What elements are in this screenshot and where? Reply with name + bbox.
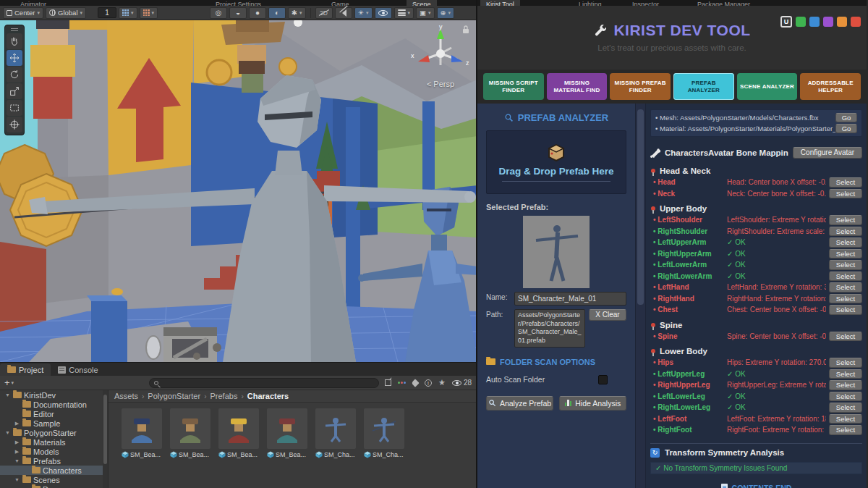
draw-mode-wireframe-button[interactable]: ◒: [229, 7, 247, 19]
tool-tab-2[interactable]: MISSING PREFAB FINDER: [610, 73, 671, 100]
breadcrumb-segment[interactable]: Assets: [114, 392, 138, 400]
view-hand-tool-button[interactable]: [7, 33, 22, 49]
open-in-new-icon[interactable]: [385, 379, 391, 386]
bone-select-button[interactable]: Select: [829, 358, 862, 368]
move-tool-button[interactable]: [7, 50, 22, 66]
window-tab-lighting[interactable]: Lighting: [573, 0, 608, 6]
orientation-gizmo[interactable]: y x z < Persp: [409, 23, 472, 88]
bone-select-button[interactable]: Select: [829, 249, 862, 259]
audio-mute-button[interactable]: [335, 7, 352, 19]
bone-select-button[interactable]: Select: [829, 189, 862, 199]
go-to-material-button[interactable]: Go: [835, 124, 857, 133]
pivot-mode-dropdown[interactable]: Center▾: [3, 7, 43, 19]
clear-button[interactable]: X Clear: [589, 309, 626, 321]
breadcrumb-segment[interactable]: Characters: [247, 392, 289, 400]
create-asset-button[interactable]: +▾: [4, 377, 14, 388]
bone-select-button[interactable]: Select: [829, 282, 862, 293]
draw-mode-overlay-button[interactable]: ◐: [268, 7, 286, 19]
tree-item-polygonstarter[interactable]: ▼PolygonStarter: [0, 428, 108, 437]
bone-select-button[interactable]: Select: [829, 237, 862, 248]
bone-select-button[interactable]: Select: [829, 227, 862, 237]
gizmos-dropdown[interactable]: ⊕▾: [437, 7, 454, 19]
panel-scrollbar[interactable]: [635, 104, 646, 488]
tree-scrollbar[interactable]: [103, 390, 108, 488]
tool-tab-4[interactable]: SCENE ANALYZER: [737, 73, 798, 100]
tree-arrow-icon[interactable]: ▼: [14, 477, 20, 482]
rect-tool-button[interactable]: [7, 100, 22, 116]
asset-tile[interactable]: SM_Bea...: [170, 408, 212, 458]
tree-arrow-icon[interactable]: ▼: [14, 458, 20, 463]
visibility-toggle-button[interactable]: [375, 7, 392, 19]
grid-snapping-button[interactable]: ▾: [119, 7, 137, 19]
go-to-mesh-button[interactable]: Go: [835, 113, 857, 122]
tree-arrow-icon[interactable]: ▼: [4, 392, 11, 397]
tab-console[interactable]: Console: [51, 363, 105, 376]
window-tab-package-manager[interactable]: Package Manager: [692, 0, 756, 6]
tool-tab-3[interactable]: PREFAB ANALYZER: [673, 73, 734, 100]
bone-select-button[interactable]: Select: [829, 403, 862, 413]
snap-settings-button[interactable]: ▾: [140, 7, 158, 19]
window-tab-scene[interactable]: Scene: [407, 0, 437, 6]
scene-viewport[interactable]: y x z < Persp: [0, 20, 476, 362]
label-filter-icon[interactable]: [411, 379, 419, 387]
prefab-name-field[interactable]: SM_Character_Male_01: [514, 292, 626, 306]
tree-arrow-icon[interactable]: ▼: [4, 430, 11, 435]
tree-item-editor[interactable]: Editor: [0, 409, 108, 418]
auto-scan-checkbox[interactable]: [598, 375, 608, 384]
project-search-input[interactable]: [149, 378, 379, 388]
breadcrumb-segment[interactable]: PolygonStarter: [148, 392, 200, 400]
snap-increment-field[interactable]: 1: [98, 7, 116, 18]
toggle-2d-button[interactable]: 2D: [315, 7, 333, 19]
tree-item-prefabs[interactable]: ▼Prefabs: [0, 456, 108, 466]
window-tab-inspector[interactable]: Inspector: [626, 0, 665, 6]
scale-tool-button[interactable]: [7, 83, 22, 99]
tool-tab-5[interactable]: ADDRESSABLE HELPER: [800, 73, 861, 100]
bone-select-button[interactable]: Select: [829, 369, 862, 379]
window-tab-animator[interactable]: Animator: [14, 0, 52, 6]
window-tab-game[interactable]: Game: [326, 0, 355, 6]
bone-select-button[interactable]: Select: [829, 177, 862, 188]
effects-dropdown[interactable]: ✱▾: [288, 7, 305, 19]
bone-select-button[interactable]: Select: [829, 414, 862, 424]
tree-item-documentation[interactable]: Documentation: [0, 400, 108, 409]
bone-select-button[interactable]: Select: [829, 272, 862, 282]
tree-item-demo[interactable]: Demo: [0, 484, 108, 488]
overlay-drag-handle[interactable]: [7, 27, 22, 33]
transform-tool-button[interactable]: [7, 117, 22, 132]
color-swatch-red[interactable]: [851, 17, 861, 27]
tab-project[interactable]: Project: [0, 363, 51, 376]
bone-select-button[interactable]: Select: [829, 260, 862, 270]
bone-select-button[interactable]: Select: [829, 425, 862, 435]
tree-item-scenes[interactable]: ▼Scenes: [0, 475, 108, 484]
configure-avatar-button[interactable]: Configure Avatar: [793, 147, 862, 159]
color-swatch-orange[interactable]: [837, 17, 847, 27]
bone-select-button[interactable]: Select: [829, 294, 862, 304]
analyze-prefab-button[interactable]: Analyze Prefab: [486, 396, 553, 411]
rotate-tool-button[interactable]: [7, 67, 22, 83]
color-swatch-blue[interactable]: [809, 17, 820, 27]
asset-tile[interactable]: SM_Bea...: [267, 408, 309, 458]
tree-arrow-icon[interactable]: ▶: [14, 449, 20, 455]
hide-analysis-button[interactable]: Hide Analysis: [559, 396, 626, 411]
draw-mode-shaded-button[interactable]: ◎: [210, 7, 227, 19]
window-tab-kirist-tool[interactable]: Kirist Tool: [480, 0, 520, 6]
lighting-toggle-dropdown[interactable]: ☀▾: [354, 7, 373, 19]
orientation-dropdown[interactable]: Global▾: [46, 7, 86, 19]
type-filter-icon[interactable]: !: [425, 379, 432, 387]
bone-select-button[interactable]: Select: [829, 332, 862, 342]
bone-select-button[interactable]: Select: [829, 392, 862, 402]
tree-item-models[interactable]: ▶Models: [0, 447, 108, 456]
window-tab-project-settings[interactable]: Project Settings: [210, 0, 267, 6]
prefab-dropzone[interactable]: Drag & Drop Prefab Here: [486, 130, 626, 194]
eye-icon[interactable]: [452, 380, 461, 386]
asset-tile[interactable]: SM_Bea...: [122, 408, 163, 458]
bone-select-button[interactable]: Select: [829, 215, 862, 225]
tool-tab-1[interactable]: MISSING MATERIAL FIND: [547, 73, 608, 100]
asset-tile[interactable]: SM_Cha...: [364, 408, 406, 458]
bone-select-button[interactable]: Select: [829, 380, 862, 390]
breadcrumb[interactable]: Assets›PolygonStarter›Prefabs›Characters: [109, 390, 476, 403]
tree-item-kiristdev[interactable]: ▼KiristDev: [0, 390, 108, 400]
color-swatch-purple[interactable]: [823, 17, 833, 27]
tool-tab-0[interactable]: MISSING SCRIPT FINDER: [483, 73, 544, 100]
perspective-label[interactable]: < Persp: [409, 80, 472, 88]
